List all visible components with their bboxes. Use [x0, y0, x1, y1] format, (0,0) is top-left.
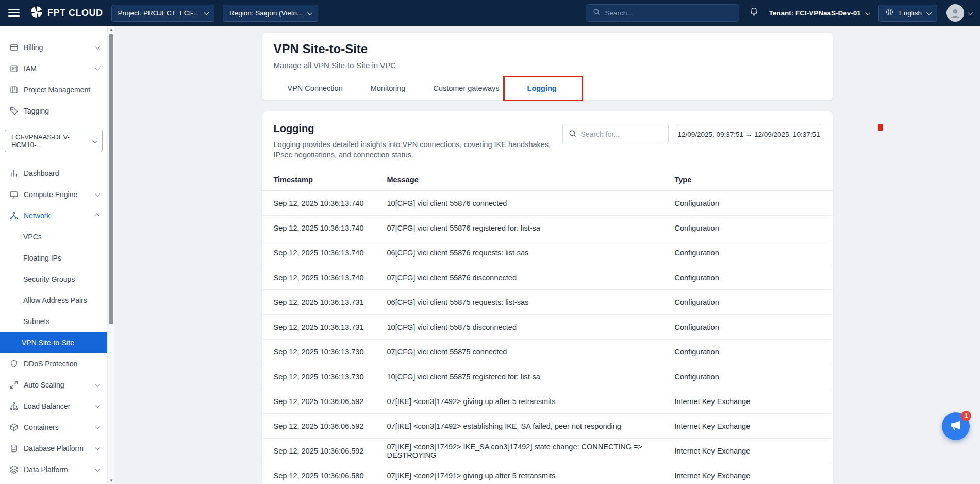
- sidebar-item-containers[interactable]: Containers: [0, 416, 107, 438]
- cell-type: Configuration: [675, 373, 821, 381]
- sidebar-item-iam[interactable]: IAM: [0, 58, 107, 79]
- sidebar-item-label: Network: [24, 212, 50, 220]
- sidebar-item-label: Floating IPs: [23, 254, 61, 262]
- cell-message: 06[CFG] vici client 55876 requests: list…: [387, 249, 675, 257]
- cell-timestamp: Sep 12, 2025 10:36:06.580: [274, 472, 387, 480]
- sidebar-item-project-management[interactable]: Project Management: [0, 79, 107, 100]
- page-header-card: VPN Site-to-Site Manage all VPN Site-to-…: [262, 32, 833, 101]
- table-header-row: Timestamp Message Type: [262, 168, 833, 191]
- announcement-fab[interactable]: 1: [942, 412, 970, 440]
- tab-label: Monitoring: [371, 84, 406, 92]
- sidebar-item-vpcs[interactable]: VPCs: [0, 226, 107, 247]
- tab-customer-gateways[interactable]: Customer gateways: [419, 76, 513, 100]
- table-row[interactable]: Sep 12, 2025 10:36:13.740 07[CFG] vici c…: [262, 265, 833, 290]
- cell-message: 10[CFG] vici client 55875 registered for…: [387, 373, 675, 381]
- table-row[interactable]: Sep 12, 2025 10:36:13.740 10[CFG] vici c…: [262, 191, 833, 216]
- sidebar-item-subnets[interactable]: Subnets: [0, 311, 107, 332]
- sidebar-item-tagging[interactable]: Tagging: [0, 100, 107, 121]
- brand-pinwheel-icon: [30, 5, 43, 21]
- sidebar-item-label: Billing: [24, 43, 43, 52]
- sidebar-item-security-groups[interactable]: Security Groups: [0, 268, 107, 289]
- brand-logo[interactable]: FPT CLOUD: [30, 5, 103, 21]
- cell-type: Internet Key Exchange: [675, 472, 821, 480]
- sidebar-item-database-platform[interactable]: Database Platform: [0, 438, 107, 459]
- cell-timestamp: Sep 12, 2025 10:36:13.740: [274, 273, 387, 282]
- cell-timestamp: Sep 12, 2025 10:36:13.730: [274, 373, 387, 381]
- table-row[interactable]: Sep 12, 2025 10:36:13.730 07[CFG] vici c…: [262, 340, 833, 364]
- sidebar-item-ddos-protection[interactable]: DDoS Protection: [0, 353, 107, 374]
- sidebar-item-label: Load Balancer: [24, 402, 70, 410]
- bell-icon[interactable]: [749, 7, 759, 20]
- search-icon: [592, 8, 601, 18]
- sidebar-item-auto-scaling[interactable]: Auto Scaling: [0, 374, 107, 395]
- project-selector[interactable]: Project: PROJECT_FCI-...: [111, 5, 215, 22]
- tab-logging[interactable]: Logging: [513, 76, 571, 100]
- project-selector-label: Project: PROJECT_FCI-...: [118, 9, 200, 17]
- table-row[interactable]: Sep 12, 2025 10:36:06.592 07[IKE] <con3|…: [262, 414, 833, 439]
- user-menu[interactable]: [946, 4, 972, 22]
- chevron-down-icon: [92, 138, 97, 143]
- data-platform-icon: [9, 465, 19, 474]
- sidebar-item-load-balancer[interactable]: Load Balancer: [0, 395, 107, 416]
- tab-monitoring[interactable]: Monitoring: [357, 76, 420, 100]
- table-row[interactable]: Sep 12, 2025 10:36:13.731 06[CFG] vici c…: [262, 290, 833, 315]
- brand-name: FPT CLOUD: [47, 8, 103, 19]
- table-row[interactable]: Sep 12, 2025 10:36:13.740 06[CFG] vici c…: [262, 240, 833, 265]
- sidebar-item-label: Containers: [24, 423, 59, 431]
- cell-type: Configuration: [675, 298, 821, 306]
- column-header-message: Message: [387, 175, 675, 184]
- scrollbar-up-arrow[interactable]: ▲: [108, 26, 115, 33]
- sidebar-item-network[interactable]: Network: [0, 205, 107, 226]
- scrollbar-thumb[interactable]: [109, 34, 113, 324]
- load-balancer-icon: [9, 401, 19, 411]
- region-selector[interactable]: Region: Saigon (Vietn...: [223, 5, 318, 22]
- sidebar-item-label: Database Platform: [24, 444, 84, 453]
- page-title: VPN Site-to-Site: [274, 42, 821, 56]
- table-row[interactable]: Sep 12, 2025 10:36:13.731 10[CFG] vici c…: [262, 315, 833, 340]
- tab-bar: VPN Connection Monitoring Customer gatew…: [274, 76, 821, 100]
- sidebar-item-compute-engine[interactable]: Compute Engine: [0, 184, 107, 205]
- sidebar-item-floating-ips[interactable]: Floating IPs: [0, 247, 107, 268]
- global-search-input[interactable]: [605, 9, 733, 17]
- tag-icon: [9, 106, 19, 116]
- log-search[interactable]: [562, 124, 669, 144]
- sidebar-item-billing[interactable]: Billing: [0, 37, 107, 58]
- table-row[interactable]: Sep 12, 2025 10:36:06.580 07[IKE] <con2|…: [262, 463, 833, 484]
- sidebar-item-label: Security Groups: [23, 275, 75, 283]
- table-row[interactable]: Sep 12, 2025 10:36:13.740 07[CFG] vici c…: [262, 216, 833, 240]
- vpc-select[interactable]: FCI-VPNAAS-DEV-HCM10-...: [5, 130, 103, 152]
- tab-label: VPN Connection: [288, 84, 343, 92]
- column-header-type: Type: [675, 175, 821, 184]
- chevron-down-icon: [865, 10, 870, 15]
- tab-vpn-connection[interactable]: VPN Connection: [274, 76, 357, 100]
- log-search-input[interactable]: [581, 130, 663, 138]
- avatar: [946, 4, 964, 22]
- chevron-down-icon: [308, 10, 313, 15]
- cell-timestamp: Sep 12, 2025 10:36:13.740: [274, 224, 387, 232]
- sidebar-item-allow-address-pairs[interactable]: Allow Address Pairs: [0, 289, 107, 311]
- sidebar-item-label: VPN Site-to-Site: [22, 338, 74, 347]
- compute-engine-icon: [9, 190, 19, 199]
- table-row[interactable]: Sep 12, 2025 10:36:06.592 07[IKE] <con3|…: [262, 389, 833, 414]
- sidebar-item-label: VPCs: [23, 233, 42, 241]
- table-row[interactable]: Sep 12, 2025 10:36:06.592 07[IKE] <con3|…: [262, 439, 833, 463]
- chevron-down-icon: [95, 445, 100, 450]
- sidebar-item-vpn-site-to-site[interactable]: VPN Site-to-Site: [0, 332, 107, 353]
- tenant-selector[interactable]: Tenant: FCI-VPNaaS-Dev-01: [769, 9, 869, 17]
- search-icon: [568, 129, 577, 140]
- top-bar: FPT CLOUD Project: PROJECT_FCI-... Regio…: [0, 0, 980, 26]
- date-range-picker[interactable]: 12/09/2025, 09:37:51 → 12/09/2025, 10:37…: [677, 124, 821, 144]
- global-search[interactable]: [586, 4, 739, 22]
- sidebar-scrollbar[interactable]: ▲ ▼: [107, 26, 114, 484]
- sidebar-item-label: Tagging: [24, 107, 49, 115]
- chevron-down-icon: [95, 424, 100, 429]
- sidebar-item-data-platform[interactable]: Data Platform: [0, 459, 107, 480]
- hamburger-menu-icon[interactable]: [8, 9, 20, 17]
- table-row[interactable]: Sep 12, 2025 10:36:13.730 10[CFG] vici c…: [262, 364, 833, 389]
- cell-message: 07[IKE] <con3|17492> giving up after 5 r…: [387, 397, 675, 406]
- sidebar-item-dashboard[interactable]: Dashboard: [0, 163, 107, 184]
- language-selector[interactable]: English: [878, 5, 937, 22]
- sidebar-item-label: Allow Address Pairs: [23, 296, 87, 304]
- cell-type: Configuration: [675, 348, 821, 356]
- scrollbar-down-arrow[interactable]: ▼: [108, 477, 115, 484]
